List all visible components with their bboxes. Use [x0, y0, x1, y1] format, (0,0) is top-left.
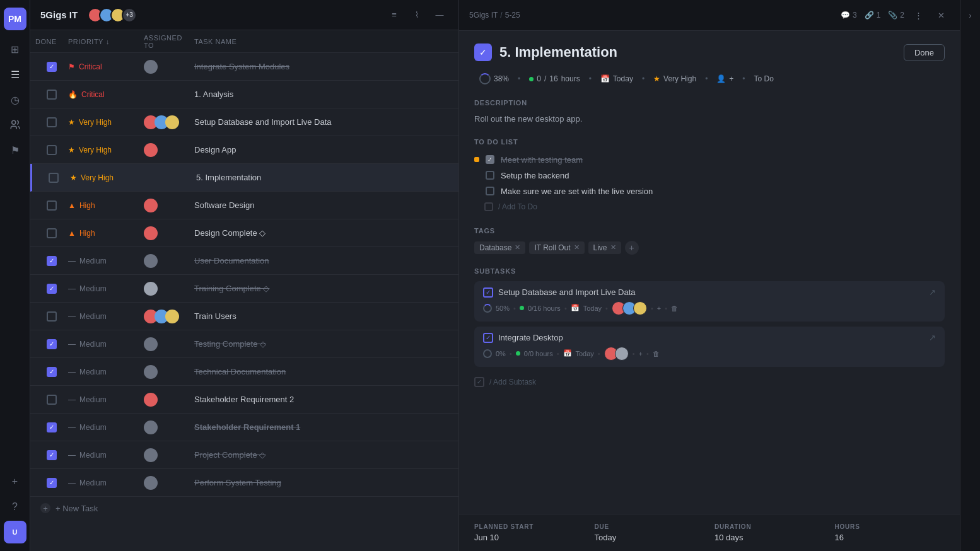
priority-cell: —Medium: [68, 312, 144, 321]
subtask-delete-icon[interactable]: 🗑: [653, 350, 660, 357]
subtask-delete-icon[interactable]: 🗑: [671, 304, 678, 312]
table-row[interactable]: ★Very High 5. Implementation: [30, 164, 458, 192]
task-checkbox[interactable]: ✓: [47, 422, 57, 432]
planned-start-value[interactable]: Jun 10: [474, 533, 585, 542]
hours-value[interactable]: 16: [835, 533, 945, 542]
priority-column-header[interactable]: PRIORITY ↓: [68, 38, 144, 45]
links-action[interactable]: 🔗 1: [865, 11, 881, 20]
task-checkbox[interactable]: [47, 228, 57, 238]
progress-meta[interactable]: 38%: [474, 71, 514, 86]
subtask-add-assignee-icon[interactable]: +: [657, 304, 661, 312]
attachments-action[interactable]: 📎 2: [888, 11, 904, 20]
list-view-icon[interactable]: ≡: [385, 6, 403, 24]
tag-live[interactable]: Live ✕: [588, 241, 621, 254]
task-checkbox[interactable]: ✓: [47, 339, 57, 349]
table-row[interactable]: ▲High Software Design: [30, 192, 458, 219]
table-row[interactable]: ✓ —Medium Training Complete ◇: [30, 275, 458, 303]
help-icon[interactable]: ?: [4, 496, 26, 518]
tag-database[interactable]: Database ✕: [474, 241, 525, 254]
task-checkbox[interactable]: ✓: [47, 62, 57, 72]
tag-label: IT Roll Out: [534, 243, 570, 252]
breadcrumb-project[interactable]: 5Gigs IT: [469, 11, 498, 20]
hours-meta[interactable]: 0/16 hours: [524, 72, 585, 85]
hours-label: hours: [561, 74, 580, 83]
flag-icon[interactable]: ⚑: [4, 139, 26, 161]
task-checkbox[interactable]: [47, 145, 57, 155]
table-row[interactable]: 🔥Critical 1. Analysis: [30, 81, 458, 108]
more-detail-icon[interactable]: ⋮: [909, 6, 927, 24]
due-meta[interactable]: 📅 Today: [595, 72, 638, 85]
add-task-row[interactable]: + + New Task: [30, 497, 458, 519]
table-row[interactable]: —Medium Train Users: [30, 303, 458, 330]
subtask-external-link-icon[interactable]: ↗: [929, 333, 936, 342]
table-row[interactable]: ✓ ⚑Critical Integrate System Modules: [30, 53, 458, 81]
duration-value[interactable]: 10 days: [715, 533, 825, 542]
tag-it-roll-out[interactable]: IT Roll Out ✕: [529, 241, 584, 254]
breadcrumb-sprint[interactable]: 5-25: [505, 11, 520, 20]
task-name: User Documentation: [194, 256, 453, 265]
subtask-item[interactable]: ✓ Setup Database and Import Live Data ↗ …: [474, 281, 945, 322]
priority-meta[interactable]: ★ Very High: [648, 72, 701, 85]
table-row[interactable]: ✓ —Medium Technical Documentation: [30, 358, 458, 386]
home-icon[interactable]: ⊞: [4, 38, 26, 61]
add-tag-button[interactable]: +: [625, 241, 639, 255]
done-button[interactable]: Done: [904, 44, 945, 61]
table-row[interactable]: —Medium Stakeholder Requirement 2: [30, 386, 458, 414]
task-name: Testing Complete ◇: [194, 339, 453, 349]
status-meta[interactable]: To Do: [749, 72, 779, 85]
table-row[interactable]: ▲High Design Complete ◇: [30, 219, 458, 247]
close-detail-icon[interactable]: ✕: [932, 6, 950, 24]
task-checkbox[interactable]: ✓: [47, 284, 57, 294]
task-checkbox[interactable]: [47, 311, 57, 322]
add-subtask-row[interactable]: ✓ / Add Subtask: [474, 372, 945, 392]
tag-remove-icon[interactable]: ✕: [574, 243, 580, 252]
tag-remove-icon[interactable]: ✕: [610, 243, 616, 252]
todo-checkbox[interactable]: ✓: [486, 155, 494, 164]
subtask-add-assignee-icon[interactable]: +: [639, 350, 643, 357]
inbox-icon[interactable]: ☰: [4, 63, 26, 86]
todo-checkbox[interactable]: [486, 171, 494, 180]
table-row[interactable]: ✓ —Medium Project Complete ◇: [30, 441, 458, 469]
todo-text: Meet with testing team: [501, 155, 583, 165]
bar-view-icon[interactable]: ⌇: [408, 6, 426, 24]
user-avatar-icon[interactable]: U: [4, 521, 26, 543]
subtask-progress-icon: [483, 304, 492, 313]
task-checkbox[interactable]: ✓: [47, 450, 57, 460]
task-checkbox[interactable]: ✓: [47, 478, 57, 488]
task-checkbox[interactable]: [47, 200, 57, 211]
task-checkbox[interactable]: [47, 117, 57, 127]
subtask-item[interactable]: ✓ Integrate Desktop ↗ 0% • 0/0 hours • 📅…: [474, 327, 945, 367]
subtask-checkbox[interactable]: ✓: [483, 287, 493, 298]
table-row[interactable]: ✓ —Medium Stakeholder Requirement 1: [30, 414, 458, 441]
table-row[interactable]: ★Very High Setup Database and Import Liv…: [30, 108, 458, 136]
users-icon[interactable]: [4, 113, 26, 136]
app-logo[interactable]: PM: [4, 8, 26, 30]
task-checkbox[interactable]: [47, 395, 57, 405]
due-value[interactable]: Today: [595, 533, 705, 542]
task-checkbox[interactable]: [49, 173, 59, 183]
task-checkbox[interactable]: [47, 90, 57, 100]
add-workspace-icon[interactable]: +: [4, 470, 26, 493]
clock-icon[interactable]: ◷: [4, 88, 26, 111]
list-item[interactable]: Setup the backend: [474, 168, 945, 183]
list-item[interactable]: ✓ Meet with testing team: [474, 152, 945, 168]
table-row[interactable]: ★Very High Design App: [30, 136, 458, 164]
collapse-icon[interactable]: ›: [963, 8, 978, 23]
priority-cell: ▲High: [68, 201, 144, 210]
more-options-icon[interactable]: —: [431, 6, 448, 24]
comments-action[interactable]: 💬 3: [841, 11, 857, 20]
add-todo-row[interactable]: / Add To Do: [474, 199, 945, 214]
task-checkbox[interactable]: ✓: [47, 256, 57, 266]
todo-checkbox[interactable]: [486, 187, 494, 195]
table-row[interactable]: ✓ —Medium User Documentation: [30, 247, 458, 275]
collapse-panel[interactable]: ›: [960, 0, 980, 551]
list-item[interactable]: Make sure we are set with the live versi…: [474, 183, 945, 199]
subtask-checkbox[interactable]: ✓: [483, 333, 493, 343]
subtask-external-link-icon[interactable]: ↗: [929, 287, 936, 297]
task-checkbox[interactable]: ✓: [47, 367, 57, 377]
table-row[interactable]: ✓ —Medium Testing Complete ◇: [30, 330, 458, 358]
table-row[interactable]: ✓ —Medium Perform System Testing: [30, 469, 458, 497]
assignee-meta[interactable]: 👤 +: [711, 72, 738, 85]
tag-remove-icon[interactable]: ✕: [515, 243, 520, 252]
subtask-title-row: ✓ Integrate Desktop ↗: [483, 333, 936, 343]
